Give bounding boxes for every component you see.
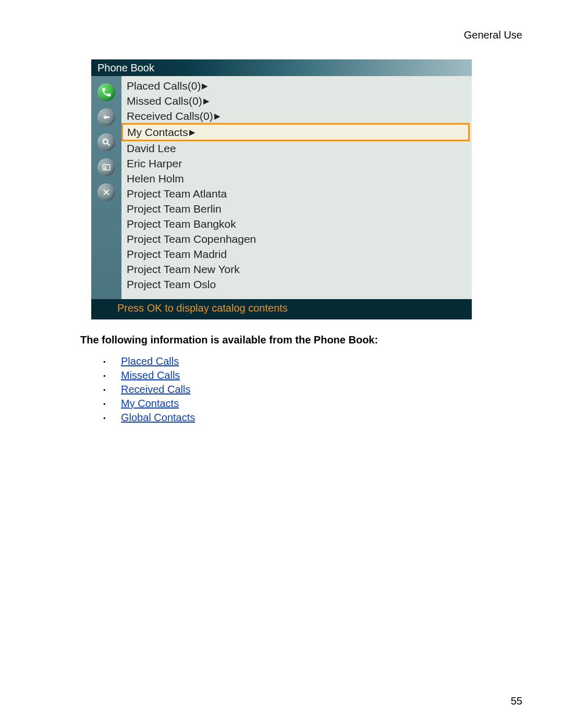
triangle-right-icon: ▶ — [189, 125, 195, 139]
link-item: My Contacts — [103, 397, 528, 411]
phone-icon[interactable] — [97, 83, 115, 101]
page-number: 55 — [511, 695, 522, 707]
phonebook-row-label: Project Team Bangkok — [127, 217, 236, 231]
doc-link[interactable]: Placed Calls — [121, 355, 179, 367]
doc-link[interactable]: Missed Calls — [121, 369, 180, 381]
phonebook-row-label: David Lee — [127, 141, 176, 155]
phonebook-row-label: Helen Holm — [127, 171, 184, 186]
phonebook-row[interactable]: Project Team New York — [121, 262, 472, 277]
search-icon[interactable] — [97, 133, 115, 151]
phonebook-panel: Phone Book P — [91, 59, 472, 319]
phonebook-list: Placed Calls(0)▶Missed Calls(0)▶Received… — [121, 76, 472, 299]
phonebook-row-label: Missed Calls(0) — [127, 94, 202, 108]
phonebook-row-label: Eric Harper — [127, 156, 182, 170]
phonebook-row[interactable]: Eric Harper — [121, 156, 472, 171]
phonebook-row-label: Project Team Atlanta — [127, 187, 227, 201]
link-item: Missed Calls — [103, 368, 528, 382]
svg-point-3 — [104, 166, 106, 168]
svg-point-0 — [103, 139, 108, 144]
phonebook-row-label: Project Team Madrid — [127, 247, 227, 261]
triangle-right-icon: ▶ — [202, 79, 208, 93]
phonebook-row[interactable]: David Lee — [121, 141, 472, 156]
doc-link[interactable]: Received Calls — [121, 384, 190, 395]
phonebook-body: Placed Calls(0)▶Missed Calls(0)▶Received… — [91, 76, 472, 299]
section-header: General Use — [35, 29, 528, 41]
phonebook-row[interactable]: Missed Calls(0)▶ — [121, 93, 472, 108]
svg-line-1 — [107, 143, 110, 146]
phonebook-row-label: Project Team Copenhagen — [127, 232, 256, 246]
triangle-right-icon: ▶ — [214, 109, 221, 123]
phonebook-footer: Press OK to display catalog contents — [91, 299, 472, 319]
intro-text: The following information is available f… — [80, 334, 528, 346]
back-icon[interactable] — [97, 108, 115, 126]
phonebook-row[interactable]: Project Team Bangkok — [121, 216, 472, 231]
doc-link[interactable]: Global Contacts — [121, 412, 195, 423]
phonebook-row[interactable]: Project Team Madrid — [121, 246, 472, 262]
contact-card-icon[interactable] — [97, 158, 115, 176]
phonebook-row[interactable]: Helen Holm — [121, 171, 472, 186]
phonebook-row[interactable]: Received Calls(0)▶ — [121, 108, 472, 124]
phonebook-row[interactable]: Project Team Berlin — [121, 201, 472, 216]
phonebook-row-label: Project Team Oslo — [127, 277, 216, 291]
phonebook-row-label: Project Team Berlin — [127, 202, 222, 216]
doc-link[interactable]: My Contacts — [121, 398, 179, 409]
close-icon[interactable] — [97, 183, 115, 201]
phonebook-row[interactable]: Project Team Atlanta — [121, 186, 472, 201]
link-item: Global Contacts — [103, 411, 528, 425]
phonebook-row-label: Received Calls(0) — [127, 109, 213, 123]
phonebook-row[interactable]: My Contacts▶ — [121, 123, 470, 141]
link-item: Received Calls — [103, 382, 528, 397]
phonebook-icon-column — [91, 76, 121, 299]
phonebook-row[interactable]: Project Team Oslo — [121, 277, 472, 292]
link-item: Placed Calls — [103, 354, 528, 368]
phonebook-row[interactable]: Placed Calls(0)▶ — [121, 78, 472, 93]
phonebook-row-label: Project Team New York — [127, 262, 240, 276]
links-list: Placed CallsMissed CallsReceived CallsMy… — [103, 354, 528, 425]
phonebook-title: Phone Book — [91, 59, 472, 76]
phonebook-row-label: Placed Calls(0) — [127, 79, 201, 93]
phonebook-row[interactable]: Project Team Copenhagen — [121, 231, 472, 246]
document-page: General Use Phone Book — [0, 0, 563, 728]
phonebook-row-label: My Contacts — [127, 125, 188, 139]
triangle-right-icon: ▶ — [203, 94, 210, 108]
